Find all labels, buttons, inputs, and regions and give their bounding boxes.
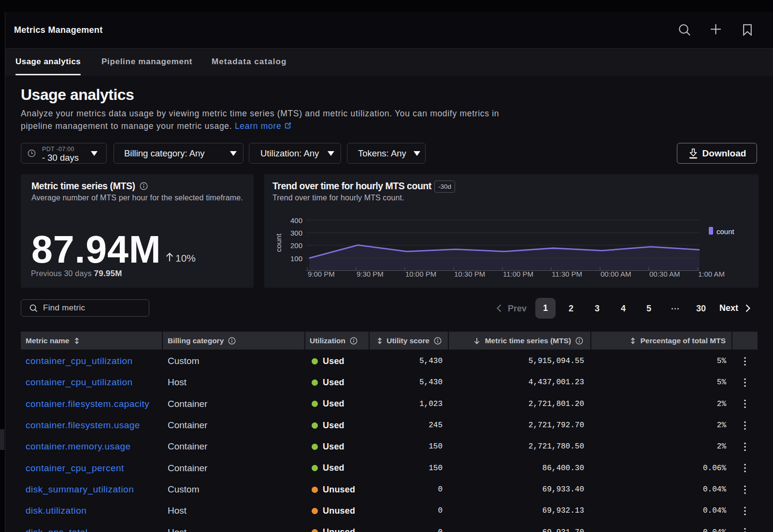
svg-text:300: 300 <box>290 229 302 237</box>
svg-text:00:00 AM: 00:00 AM <box>601 270 631 278</box>
svg-text:count: count <box>716 227 735 236</box>
svg-text:9:00 PM: 9:00 PM <box>308 270 335 278</box>
svg-text:400: 400 <box>290 216 302 224</box>
svg-text:00:30 AM: 00:30 AM <box>649 270 680 278</box>
svg-text:100: 100 <box>290 254 302 263</box>
svg-text:11:00 PM: 11:00 PM <box>503 270 533 278</box>
svg-text:200: 200 <box>290 241 302 250</box>
svg-text:count: count <box>274 233 283 252</box>
svg-text:11:30 PM: 11:30 PM <box>552 270 582 278</box>
svg-text:9:30 PM: 9:30 PM <box>357 270 384 278</box>
svg-text:10:00 PM: 10:00 PM <box>405 270 436 278</box>
svg-text:1:00 AM: 1:00 AM <box>698 270 725 278</box>
svg-text:10:30 PM: 10:30 PM <box>454 270 485 278</box>
